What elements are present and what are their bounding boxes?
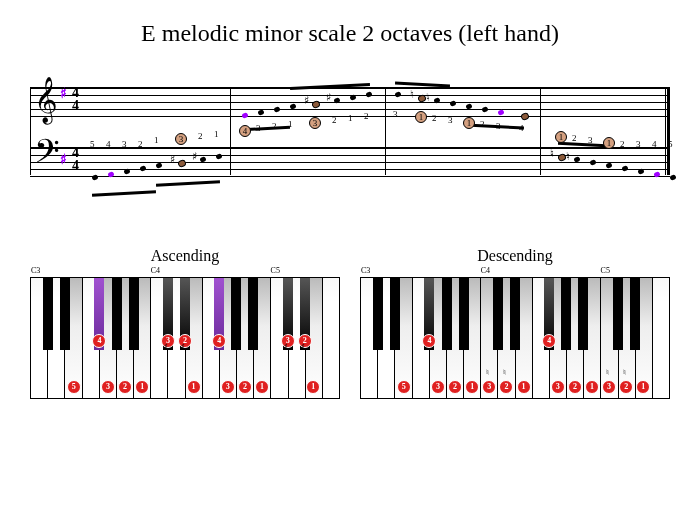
fingering: 1 [288, 119, 293, 129]
finger-badge: 2 [118, 380, 132, 394]
fingering: 3 [448, 115, 453, 125]
fingering: 5 [668, 139, 673, 149]
accidental-mark: ♮ [486, 368, 489, 377]
finger-badge: 1 [187, 380, 201, 394]
finger-badge: 3 [221, 380, 235, 394]
fingering: 3 [588, 135, 593, 145]
black-key [578, 278, 588, 350]
finger-badge: 3 [101, 380, 115, 394]
fingering-circled: 3 [175, 133, 187, 145]
finger-badge: 3 [602, 380, 616, 394]
fingering: 3 [393, 109, 398, 119]
octave-label: C5 [271, 266, 280, 275]
black-key [112, 278, 122, 350]
octave-label: C3 [361, 266, 370, 275]
finger-badge: 5 [67, 380, 81, 394]
accidental-mark: ♯ [301, 342, 305, 351]
music-score: 𝄞 ♯ 44 𝄢 ♯ 44 ♯ ♯ 5 4 3 2 1 3 2 1 [30, 77, 670, 207]
fingering: 2 [364, 111, 369, 121]
black-key [390, 278, 400, 350]
descending-keyboard: C354321C43♮2♮14321C53♮2♮1 [360, 277, 670, 399]
key-signature-bass: ♯ [60, 151, 67, 168]
time-signature-bass: 44 [72, 147, 79, 172]
black-key [43, 278, 53, 350]
sharp-icon: ♯ [304, 94, 309, 107]
black-key [442, 278, 452, 350]
finger-badge: 2 [568, 380, 582, 394]
black-key [248, 278, 258, 350]
accidental-mark: ♮ [503, 368, 506, 377]
finger-badge: 5 [397, 380, 411, 394]
accidental-mark: ♯ [164, 342, 168, 351]
descending-label: Descending [360, 247, 670, 265]
keyboard-diagrams: Ascending C354321C43♯2♯14321C53♯2♯1 Desc… [30, 247, 670, 399]
white-key [653, 278, 669, 398]
ascending-keyboard: C354321C43♯2♯14321C53♯2♯1 [30, 277, 340, 399]
black-key [129, 278, 139, 350]
fingering: 3 [256, 123, 261, 133]
black-key [613, 278, 623, 350]
fingering-circled: 1 [463, 117, 475, 129]
sharp-icon: ♯ [170, 153, 175, 166]
ascending-label: Ascending [30, 247, 340, 265]
finger-badge: 3 [551, 380, 565, 394]
fingering: 2 [332, 115, 337, 125]
fingering: 3 [636, 139, 641, 149]
fingering: 2 [432, 113, 437, 123]
natural-icon: ♮ [410, 88, 414, 101]
fingering-circled: 3 [309, 117, 321, 129]
accidental-mark: ♯ [284, 342, 288, 351]
fingering: 2 [620, 139, 625, 149]
treble-clef-icon: 𝄞 [34, 80, 58, 120]
black-key [373, 278, 383, 350]
finger-badge: 2 [238, 380, 252, 394]
black-key [231, 278, 241, 350]
fingering: 2 [138, 139, 143, 149]
black-key [459, 278, 469, 350]
octave-label: C5 [601, 266, 610, 275]
sharp-icon: ♯ [326, 91, 331, 104]
time-signature-treble: 44 [72, 87, 79, 112]
descending-keyboard-section: Descending C354321C43♮2♮14321C53♮2♮1 [360, 247, 670, 399]
accidental-mark: ♯ [181, 342, 185, 351]
fingering: 2 [272, 121, 277, 131]
fingering-circled: 1 [415, 111, 427, 123]
white-key [323, 278, 339, 398]
black-key [561, 278, 571, 350]
fingering: 3 [496, 121, 501, 131]
finger-badge: 2 [448, 380, 462, 394]
octave-label: C4 [151, 266, 160, 275]
fingering: 2 [480, 119, 485, 129]
black-key [493, 278, 503, 350]
page-title: E melodic minor scale 2 octaves (left ha… [30, 20, 670, 47]
fingering: 1 [154, 135, 159, 145]
fingering: 2 [198, 131, 203, 141]
fingering-circled: 1 [555, 131, 567, 143]
black-key [630, 278, 640, 350]
fingering: 4 [106, 139, 111, 149]
ascending-keyboard-section: Ascending C354321C43♯2♯14321C53♯2♯1 [30, 247, 340, 399]
accidental-mark: ♮ [606, 368, 609, 377]
accidental-mark: ♮ [623, 368, 626, 377]
fingering-circled: 1 [603, 137, 615, 149]
finger-badge: 1 [585, 380, 599, 394]
octave-label: C4 [481, 266, 490, 275]
fingering: 4 [519, 123, 524, 133]
sharp-icon: ♯ [192, 150, 197, 163]
finger-badge: 1 [517, 380, 531, 394]
key-signature: ♯ [60, 85, 67, 102]
natural-icon: ♮ [426, 91, 430, 104]
black-key [510, 278, 520, 350]
fingering: 1 [214, 129, 219, 139]
bass-clef-icon: 𝄢 [34, 136, 60, 176]
fingering: 5 [90, 139, 95, 149]
black-key [60, 278, 70, 350]
fingering: 4 [652, 139, 657, 149]
fingering: 2 [572, 133, 577, 143]
fingering: 3 [122, 139, 127, 149]
fingering: 1 [348, 113, 353, 123]
natural-icon: ♮ [566, 150, 570, 163]
octave-label: C3 [31, 266, 40, 275]
natural-icon: ♮ [550, 147, 554, 160]
fingering-circled: 4 [239, 125, 251, 137]
